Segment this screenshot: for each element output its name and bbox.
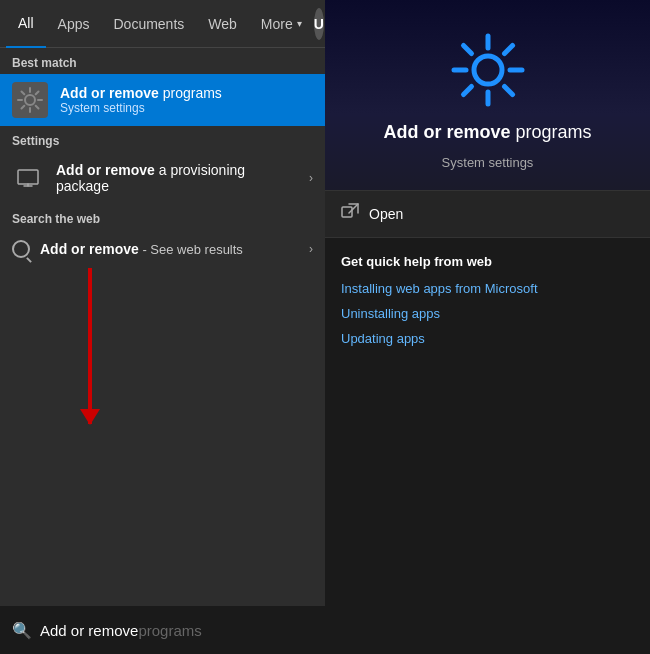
- arrow-indicator-area: [0, 268, 325, 468]
- best-match-text: Add or remove programs System settings: [60, 85, 222, 115]
- app-gear-icon: [448, 30, 528, 110]
- tab-documents[interactable]: Documents: [101, 0, 196, 48]
- user-avatar[interactable]: U: [314, 8, 324, 40]
- app-hero-subtitle: System settings: [442, 155, 534, 170]
- search-input-display: Add or removeprograms: [40, 622, 202, 639]
- best-match-label: Best match: [0, 48, 325, 74]
- svg-rect-1: [18, 170, 38, 184]
- nav-tabs: All Apps Documents Web More ▾ U: [0, 0, 325, 48]
- tab-more[interactable]: More ▾: [249, 0, 314, 48]
- chevron-right-web-icon: ›: [309, 242, 313, 256]
- settings-item-text: Add or remove a provisioning package: [56, 162, 297, 194]
- best-match-subtitle: System settings: [60, 101, 222, 115]
- red-arrow: [88, 268, 92, 424]
- best-match-title: Add or remove programs: [60, 85, 222, 101]
- left-panel: All Apps Documents Web More ▾ U Best mat…: [0, 0, 325, 654]
- settings-item[interactable]: Add or remove a provisioning package ›: [0, 152, 325, 204]
- chevron-right-icon: ›: [309, 171, 313, 185]
- search-icon: 🔍: [12, 621, 32, 640]
- app-hero: Add or remove programs System settings: [325, 0, 650, 190]
- svg-point-0: [25, 95, 35, 105]
- svg-line-9: [504, 46, 512, 54]
- quick-help-section: Get quick help from web Installing web a…: [325, 238, 650, 654]
- tab-apps[interactable]: Apps: [46, 0, 102, 48]
- svg-point-2: [474, 56, 502, 84]
- settings-label: Settings: [0, 126, 325, 152]
- open-button[interactable]: Open: [325, 190, 650, 238]
- best-match-item[interactable]: Add or remove programs System settings: [0, 74, 325, 126]
- provisioning-icon: [12, 162, 44, 194]
- search-bar[interactable]: 🔍 Add or removeprograms: [0, 606, 325, 654]
- open-icon: [341, 203, 359, 225]
- svg-line-10: [463, 87, 471, 95]
- open-label: Open: [369, 206, 403, 222]
- content-area: Best match Add or remove programs System…: [0, 48, 325, 606]
- quick-help-title: Get quick help from web: [341, 254, 634, 269]
- web-search-label: Search the web: [0, 204, 325, 230]
- app-hero-title: Add or remove programs: [383, 122, 591, 143]
- search-typed-text: Add or remove: [40, 622, 138, 639]
- tab-web[interactable]: Web: [196, 0, 249, 48]
- help-link-uninstalling[interactable]: Uninstalling apps: [341, 306, 634, 321]
- chevron-down-icon: ▾: [297, 18, 302, 29]
- right-panel: Add or remove programs System settings O…: [325, 0, 650, 654]
- web-item-text: Add or remove - See web results: [40, 241, 243, 257]
- svg-line-7: [463, 46, 471, 54]
- help-link-installing[interactable]: Installing web apps from Microsoft: [341, 281, 634, 296]
- svg-line-8: [504, 87, 512, 95]
- web-search-item[interactable]: Add or remove - See web results ›: [0, 230, 325, 268]
- search-web-icon: [12, 240, 30, 258]
- search-placeholder-text: programs: [138, 622, 201, 639]
- settings-icon: [12, 82, 48, 118]
- help-link-updating[interactable]: Updating apps: [341, 331, 634, 346]
- tab-all[interactable]: All: [6, 0, 46, 48]
